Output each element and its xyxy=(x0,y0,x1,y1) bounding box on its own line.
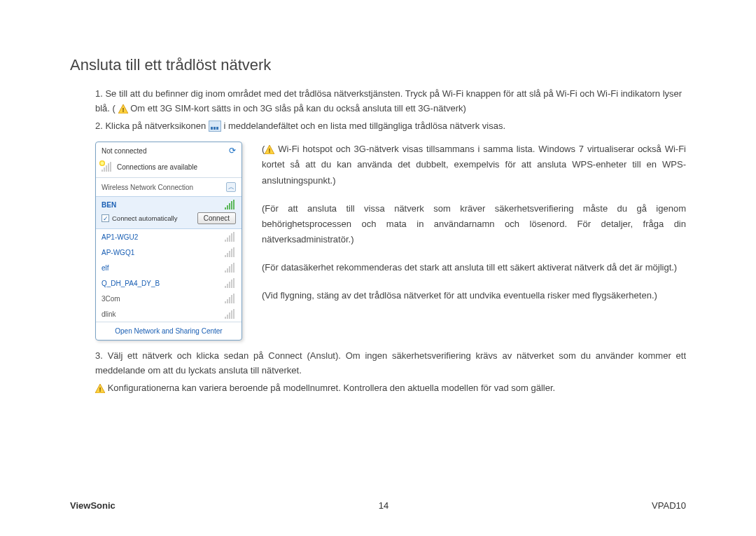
warning-icon: ! xyxy=(118,104,128,114)
connect-automatically-checkbox[interactable]: ✓ Connect automatically xyxy=(102,214,177,222)
side-p2: (För att ansluta till vissa nätverk som … xyxy=(262,201,686,247)
signal-icon xyxy=(225,294,236,303)
network-name: Q_DH_PA4_DY_B xyxy=(102,280,160,287)
network-name: elf xyxy=(102,264,109,272)
network-item[interactable]: 3Com xyxy=(96,291,241,306)
signal-available-icon xyxy=(102,162,113,172)
network-name: dlink xyxy=(102,310,116,318)
signal-icon xyxy=(225,278,236,288)
open-network-center-link[interactable]: Open Network and Sharing Center xyxy=(96,322,241,340)
side-p3: (För datasäkerhet rekommenderas det star… xyxy=(262,260,686,275)
network-item[interactable]: Q_DH_PA4_DY_B xyxy=(96,275,241,291)
warning-icon: ! xyxy=(95,384,105,393)
step-3: 3. Välj ett nätverk och klicka sedan på … xyxy=(70,349,686,378)
step-1: 1. Se till att du befinner dig inom områ… xyxy=(70,87,686,116)
network-item[interactable]: elf xyxy=(96,260,241,275)
connections-available-row: Connections are available xyxy=(96,159,241,177)
checkbox-icon: ✓ xyxy=(102,214,109,222)
selected-network[interactable]: BEN ✓ Connect automatically Connect xyxy=(96,196,241,229)
connections-available-label: Connections are available xyxy=(117,163,197,171)
connect-button[interactable]: Connect xyxy=(197,212,236,224)
signal-icon xyxy=(225,247,236,257)
step-1-text-b: Om ett 3G SIM-kort sätts in och 3G slås … xyxy=(130,103,466,114)
not-connected-label: Not connected xyxy=(102,147,147,155)
signal-icon xyxy=(225,309,236,319)
signal-icon xyxy=(225,263,236,273)
side-p4: (Vid flygning, stäng av det trådlösa nät… xyxy=(262,288,686,303)
side-p1: (! Wi-Fi hotspot och 3G-nätverk visas ti… xyxy=(262,142,686,188)
wireless-section-label: Wireless Network Connection xyxy=(102,184,193,191)
network-item[interactable]: AP1-WGU2 xyxy=(96,229,241,245)
network-item[interactable]: dlink xyxy=(96,306,241,322)
network-name: AP1-WGU2 xyxy=(102,233,138,241)
collapse-icon[interactable]: ︿ xyxy=(226,182,236,192)
network-name: AP-WGQ1 xyxy=(102,249,134,256)
page-footer: ViewSonic 14 VPAD10 xyxy=(70,500,686,511)
wifi-popup: Not connected ⟳ Connections are availabl… xyxy=(95,142,242,341)
selected-network-name: BEN xyxy=(102,201,116,209)
footer-page-number: 14 xyxy=(379,500,388,511)
side-paragraphs: (! Wi-Fi hotspot och 3G-nätverk visas ti… xyxy=(262,142,686,341)
popup-header: Not connected ⟳ xyxy=(96,142,241,159)
note-line: ! Konfigurationerna kan variera beroende… xyxy=(70,381,686,396)
network-tray-icon xyxy=(209,121,221,132)
network-name: 3Com xyxy=(102,295,120,303)
footer-model: VPAD10 xyxy=(652,500,686,511)
signal-icon xyxy=(225,232,236,242)
side-p1-text: Wi-Fi hotspot och 3G-nätverk visas tills… xyxy=(262,144,686,185)
step-2: 2. Klicka på nätverksikonen i meddelande… xyxy=(70,119,686,134)
warning-icon: ! xyxy=(265,145,274,154)
footer-brand: ViewSonic xyxy=(70,500,115,511)
step-2-text-b: i meddelandefältet och en lista med till… xyxy=(224,121,506,131)
refresh-icon[interactable]: ⟳ xyxy=(229,146,236,156)
svg-text:!: ! xyxy=(99,386,102,393)
svg-text:!: ! xyxy=(269,147,271,154)
svg-text:!: ! xyxy=(122,106,124,114)
page-title: Ansluta till ett trådlöst nätverk xyxy=(70,56,686,74)
step-2-text-a: 2. Klicka på nätverksikonen xyxy=(95,121,209,131)
connect-automatically-label: Connect automatically xyxy=(112,214,177,222)
wireless-section-header: Wireless Network Connection ︿ xyxy=(96,178,241,196)
signal-icon xyxy=(225,200,236,209)
note-text: Konfigurationerna kan variera beroende p… xyxy=(108,383,556,393)
network-item[interactable]: AP-WGQ1 xyxy=(96,245,241,260)
